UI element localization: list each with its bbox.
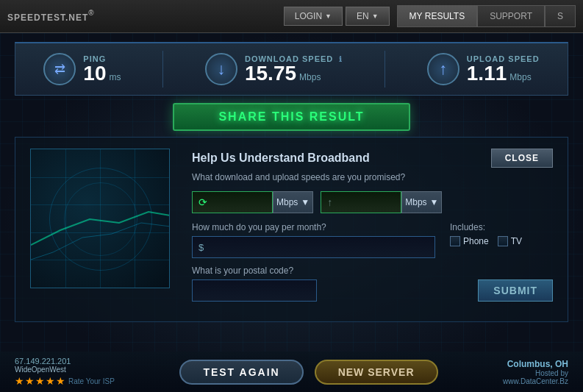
- monthly-row: How much do you pay per month? $ Include…: [192, 222, 553, 258]
- star-rating[interactable]: ★ ★ ★ ★ ★: [15, 375, 65, 387]
- close-button[interactable]: CLOSE: [491, 149, 553, 168]
- stat-divider-2: [385, 51, 385, 88]
- ping-value: 10: [83, 63, 106, 84]
- download-unit-select[interactable]: Mbps ▼: [273, 191, 313, 213]
- login-arrow-icon: ▼: [325, 13, 332, 20]
- new-server-label: NEW SERVER: [338, 366, 415, 378]
- content-area: Help Us Understand Broadband CLOSE What …: [15, 137, 568, 322]
- tab-more[interactable]: S: [545, 5, 576, 27]
- download-stat: ↓ DOWNLOAD SPEED ℹ 15.75 Mbps: [190, 53, 357, 85]
- postal-row: What is your postal code? SUBMIT: [192, 266, 553, 302]
- phone-label: Phone: [463, 236, 489, 246]
- bottom-btns: TEST AGAIN NEW SERVER: [179, 360, 437, 385]
- monthly-label: How much do you pay per month?: [192, 222, 435, 232]
- tab-support[interactable]: SUPPORT: [477, 5, 545, 27]
- share-button[interactable]: SHARE THIS RESULT: [173, 103, 409, 131]
- main-area: ⇄ PING 10 ms ↓ DOWNLOAD SPEED ℹ: [0, 33, 583, 392]
- rate-isp-link[interactable]: Rate Your ISP: [68, 377, 115, 385]
- upload-speed-input[interactable]: ↑: [321, 191, 401, 213]
- upload-arrow-icon: ↑: [327, 196, 332, 208]
- phone-checkbox[interactable]: [450, 236, 460, 246]
- tv-label: TV: [511, 236, 522, 246]
- checkbox-row: Phone TV: [450, 236, 553, 246]
- dialog-subtitle: What download and upload speeds are you …: [192, 172, 553, 182]
- upload-speed-group: ↑ Mbps ▼: [321, 191, 442, 213]
- download-info-icon: ℹ: [339, 55, 343, 63]
- share-btn-wrap: SHARE THIS RESULT: [0, 103, 583, 131]
- monthly-input[interactable]: [208, 242, 429, 253]
- monthly-input-wrap: $: [192, 236, 435, 258]
- hosted-by-label: Hosted by: [535, 369, 568, 377]
- tab-support-label: SUPPORT: [490, 11, 532, 21]
- dialog-title: Help Us Understand Broadband: [192, 152, 370, 165]
- download-unit-label: Mbps: [276, 197, 298, 207]
- ip-address: 67.149.221.201: [15, 357, 115, 366]
- server-host-url: www.DataCenter.Bz: [503, 377, 568, 385]
- nav-right: LOGIN ▼ EN ▼ MY RESULTS SUPPORT S: [284, 5, 576, 27]
- speed-inputs: ⟳ Mbps ▼ ↑ Mbps ▼: [192, 191, 553, 213]
- new-server-button[interactable]: NEW SERVER: [315, 360, 438, 385]
- submit-label: SUBMIT: [493, 285, 537, 296]
- download-speed-group: ⟳ Mbps ▼: [192, 191, 313, 213]
- server-city: Columbus, OH: [503, 359, 568, 369]
- upload-icon: ↑: [427, 53, 459, 85]
- dollar-sign: $: [198, 242, 204, 253]
- download-arrow-icon: ⟳: [198, 196, 207, 208]
- login-label: LOGIN: [295, 11, 322, 21]
- monthly-col: How much do you pay per month? $: [192, 222, 435, 258]
- test-again-button[interactable]: TEST AGAIN: [179, 360, 303, 385]
- test-again-label: TEST AGAIN: [203, 366, 279, 378]
- isp-name: WideOpenWest: [15, 366, 115, 374]
- server-hosted: Hosted by www.DataCenter.Bz: [503, 369, 568, 385]
- close-label: CLOSE: [505, 153, 539, 163]
- upload-unit: Mbps: [509, 72, 531, 82]
- server-info: Columbus, OH Hosted by www.DataCenter.Bz: [503, 359, 568, 385]
- top-nav: SPEEDTEST.NET® LOGIN ▼ EN ▼ MY RESULTS S…: [0, 0, 583, 33]
- globe-area: [30, 149, 177, 310]
- upload-text: UPLOAD SPEED 1.11 Mbps: [467, 54, 540, 84]
- upload-select-arrow: ▼: [430, 197, 439, 207]
- postal-input[interactable]: [192, 279, 317, 302]
- stats-bar: ⇄ PING 10 ms ↓ DOWNLOAD SPEED ℹ: [15, 42, 568, 96]
- star-1[interactable]: ★: [15, 375, 24, 387]
- tab-my-results[interactable]: MY RESULTS: [397, 5, 478, 27]
- tv-checkbox[interactable]: [498, 236, 508, 246]
- logo-text: SPEEDTEST.NET: [7, 13, 88, 23]
- upload-unit-select[interactable]: Mbps ▼: [401, 191, 442, 213]
- upload-stat: ↑ UPLOAD SPEED 1.11 Mbps: [412, 53, 554, 85]
- lang-arrow-icon: ▼: [372, 13, 379, 20]
- postal-input-wrap: [192, 279, 463, 302]
- download-select-arrow: ▼: [301, 197, 310, 207]
- tab-more-label: S: [557, 11, 563, 21]
- lang-button[interactable]: EN ▼: [346, 7, 390, 26]
- bottom-bar: 67.149.221.201 WideOpenWest ★ ★ ★ ★ ★ Ra…: [0, 352, 583, 392]
- star-4[interactable]: ★: [46, 375, 55, 387]
- ping-text: PING 10 ms: [83, 54, 121, 84]
- globe-svg: [31, 149, 170, 288]
- logo-mark: ®: [88, 9, 94, 17]
- ping-unit: ms: [110, 72, 121, 82]
- upload-unit-label: Mbps: [405, 197, 426, 207]
- download-icon-symbol: ↓: [217, 60, 225, 79]
- download-unit: Mbps: [299, 72, 321, 82]
- download-icon: ↓: [205, 53, 237, 85]
- includes-col: Includes: Phone TV: [450, 222, 553, 258]
- dialog-header: Help Us Understand Broadband CLOSE: [192, 149, 553, 168]
- star-3[interactable]: ★: [35, 375, 45, 387]
- tv-checkbox-item: TV: [498, 236, 522, 246]
- share-label: SHARE THIS RESULT: [218, 110, 364, 123]
- login-button[interactable]: LOGIN ▼: [284, 7, 343, 26]
- isp-section: 67.149.221.201 WideOpenWest ★ ★ ★ ★ ★ Ra…: [15, 357, 115, 387]
- download-speed-input[interactable]: ⟳: [192, 191, 273, 213]
- star-5[interactable]: ★: [56, 375, 65, 387]
- submit-button[interactable]: SUBMIT: [478, 279, 553, 302]
- ping-icon: ⇄: [43, 53, 76, 85]
- phone-checkbox-item: Phone: [450, 236, 489, 246]
- logo: SPEEDTEST.NET®: [7, 9, 95, 24]
- tab-my-results-label: MY RESULTS: [409, 11, 465, 21]
- download-text: DOWNLOAD SPEED ℹ 15.75 Mbps: [245, 54, 343, 84]
- includes-label: Includes:: [450, 222, 553, 232]
- download-value: 15.75: [245, 63, 296, 84]
- dialog-area: Help Us Understand Broadband CLOSE What …: [192, 149, 553, 310]
- star-2[interactable]: ★: [25, 375, 35, 387]
